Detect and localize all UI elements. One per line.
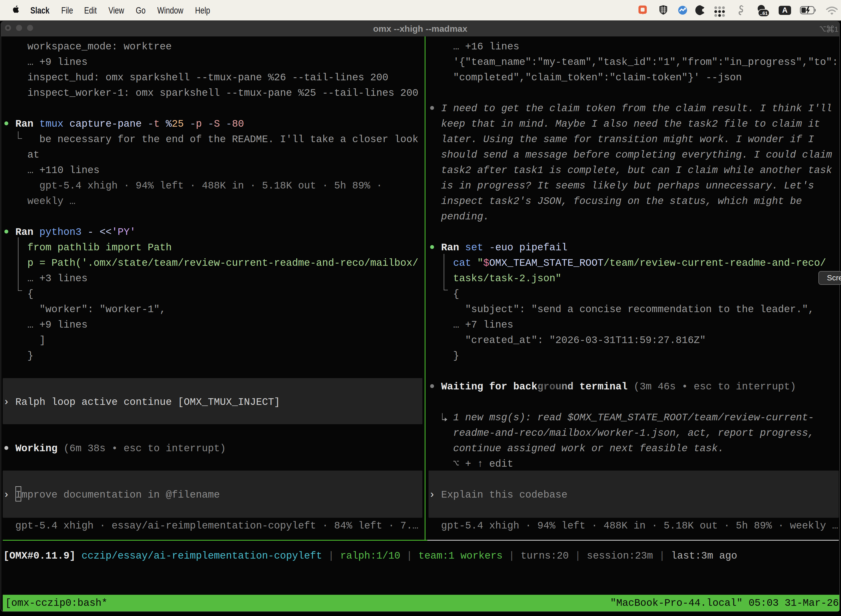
svg-text:1: 1 [834,25,838,32]
svg-text:..61: ..61 [760,11,768,16]
